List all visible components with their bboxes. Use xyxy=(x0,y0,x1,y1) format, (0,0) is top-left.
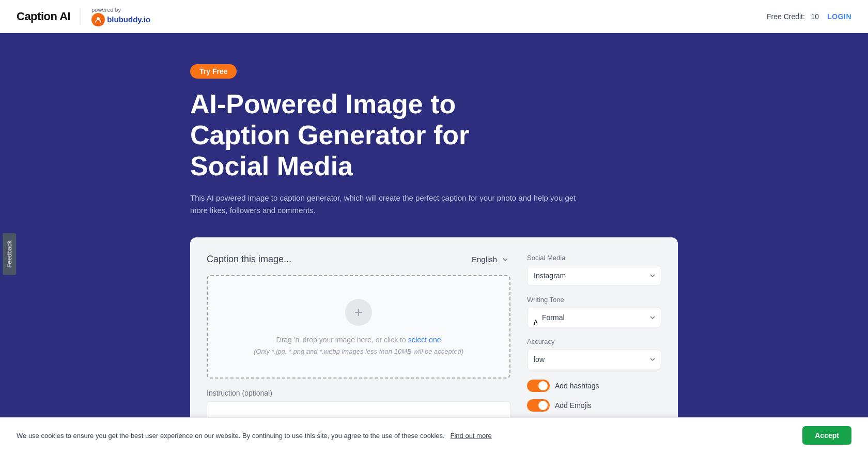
dropzone-main-text: Drag 'n' drop your image here, or click … xyxy=(276,336,406,344)
accept-button[interactable]: Accept xyxy=(802,426,851,445)
dropzone-hint: (Only *.jpg, *.png and *.webp images les… xyxy=(254,348,463,355)
accuracy-select[interactable]: low medium high xyxy=(527,350,661,369)
caption-title: Caption this image... xyxy=(207,254,291,265)
blubuddy-icon xyxy=(91,13,105,26)
hashtags-toggle[interactable] xyxy=(527,380,550,392)
image-dropzone[interactable]: + Drag 'n' drop your image here, or clic… xyxy=(207,275,510,379)
dropzone-text: Drag 'n' drop your image here, or click … xyxy=(276,334,441,345)
header-right: Free Credit: 10 LOGIN xyxy=(767,12,851,21)
free-credit-value: 10 xyxy=(811,12,819,21)
card-container: Caption this image... English Spanish Fr… xyxy=(190,237,678,441)
cookie-text: We use cookies to ensure you get the bes… xyxy=(17,432,790,440)
dropzone-plus-icon: + xyxy=(345,299,372,326)
brand-title: Caption AI xyxy=(17,10,70,23)
social-media-label: Social Media xyxy=(527,254,661,262)
right-panel: Social Media Instagram Facebook Twitter … xyxy=(527,254,661,424)
emojis-toggle-row: Add Emojis xyxy=(527,399,661,412)
writing-tone-container: 🕯 Formal Casual Humorous Inspirational xyxy=(527,308,661,338)
try-free-badge[interactable]: Try Free xyxy=(190,64,237,79)
hero-title: AI-Powered Image to Caption Generator fo… xyxy=(190,89,552,182)
find-out-more-link[interactable]: Find out more xyxy=(451,432,492,440)
writing-tone-label: Writing Tone xyxy=(527,296,661,304)
free-credit-label: Free Credit: xyxy=(767,12,805,21)
feedback-label: Feedback xyxy=(6,240,13,268)
free-credit: Free Credit: 10 xyxy=(767,12,819,21)
left-panel: Caption this image... English Spanish Fr… xyxy=(207,254,510,424)
caption-header: Caption this image... English Spanish Fr… xyxy=(207,254,510,265)
emojis-slider xyxy=(527,399,550,412)
powered-by-text: powered by xyxy=(91,7,121,13)
hashtags-toggle-row: Add hashtags xyxy=(527,380,661,392)
header-left: Caption AI powered by blubuddy.io xyxy=(17,7,150,26)
dropzone-select-link[interactable]: select one xyxy=(408,336,441,344)
social-media-select[interactable]: Instagram Facebook Twitter LinkedIn TikT… xyxy=(527,266,661,285)
emojis-toggle[interactable] xyxy=(527,399,550,412)
blubuddy-name: blubuddy.io xyxy=(107,15,150,24)
language-selector[interactable]: English Spanish French German xyxy=(472,255,510,264)
cookie-message: We use cookies to ensure you get the bes… xyxy=(17,432,445,440)
emojis-label: Add Emojis xyxy=(555,401,592,410)
blubuddy-logo: blubuddy.io xyxy=(91,13,150,26)
feedback-tab[interactable]: Feedback xyxy=(3,233,16,275)
hashtags-slider xyxy=(527,380,550,392)
cookie-banner: We use cookies to ensure you get the bes… xyxy=(0,417,868,453)
hero-section: Try Free AI-Powered Image to Caption Gen… xyxy=(0,33,868,217)
login-button[interactable]: LOGIN xyxy=(827,12,851,21)
instruction-label: Instruction (optional) xyxy=(207,389,510,397)
hashtags-label: Add hashtags xyxy=(555,382,599,390)
brand-divider xyxy=(81,8,81,25)
writing-tone-select[interactable]: Formal Casual Humorous Inspirational xyxy=(527,308,661,327)
language-select[interactable]: English Spanish French German xyxy=(472,255,510,264)
powered-by: powered by blubuddy.io xyxy=(91,7,150,26)
header: Caption AI powered by blubuddy.io Free C… xyxy=(0,0,868,33)
accuracy-label: Accuracy xyxy=(527,338,661,345)
hero-description: This AI powered image to caption generat… xyxy=(190,192,593,217)
